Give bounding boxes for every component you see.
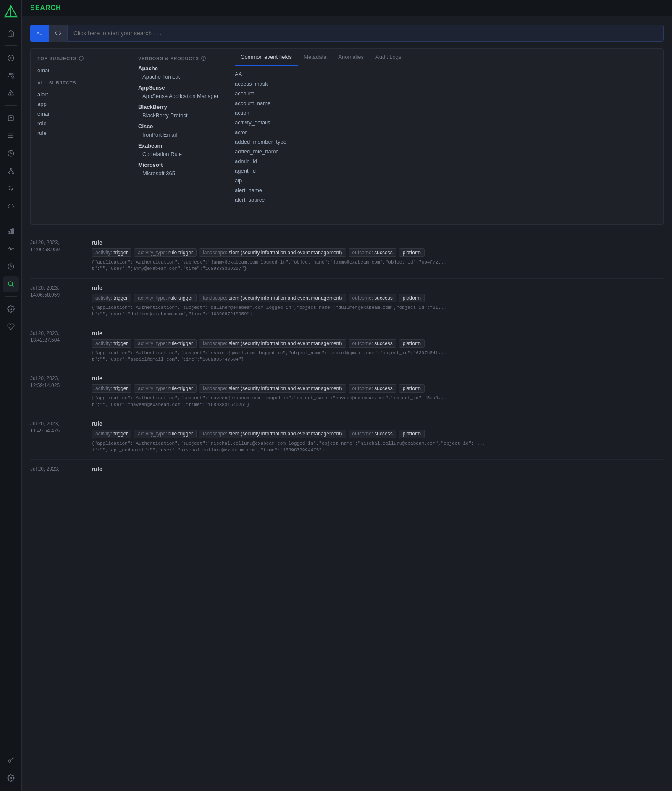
- field-aip[interactable]: aip: [235, 176, 656, 185]
- tags-row: activity: trigger activity_type: rule-tr…: [92, 430, 664, 438]
- main-content: SEARCH: [22, 0, 672, 791]
- result-subject: rule: [92, 330, 664, 337]
- tag-outcome[interactable]: outcome: success: [349, 248, 396, 257]
- fields-column: Common event fields Metadata Anomalies A…: [228, 49, 663, 224]
- vendor-product-blackberry-protect[interactable]: BlackBerry Protect: [138, 111, 221, 120]
- svg-line-19: [8, 169, 10, 173]
- vendor-blackberry: BlackBerry: [138, 104, 221, 110]
- tags-row: activity: trigger activity_type: rule-tr…: [92, 384, 664, 393]
- sidebar-divider-2: [5, 105, 17, 106]
- field-agent-id[interactable]: agent_id: [235, 166, 656, 176]
- tag-outcome[interactable]: outcome: success: [349, 294, 396, 302]
- tab-anomalies[interactable]: Anomalies: [332, 49, 370, 66]
- tag-outcome[interactable]: outcome: success: [349, 430, 396, 438]
- users-icon[interactable]: [3, 68, 19, 84]
- result-timestamp: Jul 20, 2023,: [30, 466, 85, 475]
- subject-email[interactable]: email: [37, 109, 124, 119]
- home-icon[interactable]: [3, 25, 19, 41]
- table-row: Jul 20, 2023,14:06:58.959 rule activity:…: [30, 233, 664, 279]
- tag-activity[interactable]: activity: trigger: [92, 339, 131, 348]
- tag-platform[interactable]: platform: [399, 248, 425, 257]
- stats-icon[interactable]: [3, 223, 19, 239]
- vendor-cisco: Cisco: [138, 123, 221, 129]
- vendor-product-correlation-rule[interactable]: Correlation Rule: [138, 150, 221, 158]
- result-json: {"application":"Authentication","subject…: [92, 305, 664, 318]
- clock-icon[interactable]: [3, 258, 19, 274]
- app-logo[interactable]: [4, 5, 18, 18]
- tab-common-event-fields[interactable]: Common event fields: [235, 49, 298, 66]
- tag-platform[interactable]: platform: [399, 294, 425, 302]
- key-icon[interactable]: [3, 752, 19, 768]
- dashboard-icon[interactable]: [3, 50, 19, 66]
- tag-landscape[interactable]: landscape: siem (security information an…: [199, 248, 346, 257]
- vendor-product-apache-tomcat[interactable]: Apache Tomcat: [138, 72, 221, 81]
- result-json: {"application":"Authentication","subject…: [92, 350, 664, 363]
- field-AA[interactable]: AA: [235, 69, 656, 79]
- tag-outcome[interactable]: outcome: success: [349, 339, 396, 348]
- tag-activity[interactable]: activity: trigger: [92, 384, 131, 393]
- tag-platform[interactable]: platform: [399, 339, 425, 348]
- subject-app[interactable]: app: [37, 99, 124, 109]
- tag-platform[interactable]: platform: [399, 430, 425, 438]
- sidebar: [0, 0, 22, 791]
- field-added-role-name[interactable]: added_role_name: [235, 147, 656, 156]
- field-account[interactable]: account: [235, 89, 656, 98]
- pulse-icon[interactable]: [3, 241, 19, 257]
- field-alert-source[interactable]: alert_source: [235, 195, 656, 205]
- field-account-name[interactable]: account_name: [235, 98, 656, 108]
- code-icon[interactable]: [3, 198, 19, 214]
- table-row: Jul 20, 2023,14:06:58.959 rule activity:…: [30, 279, 664, 324]
- tag-landscape[interactable]: landscape: siem (security information an…: [199, 294, 346, 302]
- search-nav-icon[interactable]: [3, 276, 19, 292]
- reports-icon[interactable]: [3, 110, 19, 126]
- tags-row: activity: trigger activity_type: rule-tr…: [92, 294, 664, 302]
- settings-icon[interactable]: [3, 301, 19, 317]
- field-actor[interactable]: actor: [235, 127, 656, 137]
- field-added-member-type[interactable]: added_member_type: [235, 137, 656, 147]
- field-admin-id[interactable]: admin_id: [235, 156, 656, 166]
- vendor-product-appsense-am[interactable]: AppSense Application Manager: [138, 92, 221, 100]
- tag-activity-type[interactable]: activity_type: rule-trigger: [134, 384, 197, 393]
- tag-activity[interactable]: activity: trigger: [92, 294, 131, 302]
- gear-icon[interactable]: [3, 770, 19, 786]
- vendor-product-ironport-email[interactable]: IronPort Email: [138, 130, 221, 139]
- field-alert-name[interactable]: alert_name: [235, 185, 656, 195]
- subject-role[interactable]: role: [37, 119, 124, 128]
- svg-point-28: [8, 760, 11, 762]
- result-timestamp: Jul 20, 2023,11:49:54.475: [30, 420, 85, 454]
- search-input[interactable]: [67, 25, 664, 42]
- vendor-product-microsoft-365[interactable]: Microsoft 365: [138, 169, 221, 178]
- tag-activity-type[interactable]: activity_type: rule-trigger: [134, 294, 197, 302]
- deploy-icon[interactable]: [3, 163, 19, 179]
- list-icon[interactable]: [3, 128, 19, 144]
- tag-activity-type[interactable]: activity_type: rule-trigger: [134, 248, 197, 257]
- svg-point-27: [10, 308, 12, 310]
- tag-activity-type[interactable]: activity_type: rule-trigger: [134, 339, 197, 348]
- search-mode-natural-button[interactable]: [30, 25, 49, 42]
- sidebar-divider-1: [5, 45, 17, 46]
- subject-rule[interactable]: rule: [37, 128, 124, 138]
- subject-alert[interactable]: alert: [37, 90, 124, 99]
- translate-icon[interactable]: [3, 181, 19, 197]
- search-mode-code-button[interactable]: [49, 25, 67, 42]
- svg-point-6: [11, 73, 13, 75]
- field-action[interactable]: action: [235, 108, 656, 118]
- tag-activity[interactable]: activity: trigger: [92, 248, 131, 257]
- field-activity-details[interactable]: activity_details: [235, 118, 656, 127]
- tag-outcome[interactable]: outcome: success: [349, 384, 396, 393]
- tab-audit-logs[interactable]: Audit Logs: [370, 49, 407, 66]
- tag-platform[interactable]: platform: [399, 384, 425, 393]
- tag-activity-type[interactable]: activity_type: rule-trigger: [134, 430, 197, 438]
- tag-activity[interactable]: activity: trigger: [92, 430, 131, 438]
- tag-landscape[interactable]: landscape: siem (security information an…: [199, 339, 346, 348]
- svg-point-17: [8, 173, 9, 174]
- heart-icon[interactable]: [3, 319, 19, 335]
- field-access-mask[interactable]: access_mask: [235, 79, 656, 89]
- alerts-icon[interactable]: [3, 85, 19, 101]
- tag-landscape[interactable]: landscape: siem (security information an…: [199, 430, 346, 438]
- top-subject-email[interactable]: email: [37, 65, 124, 76]
- tag-landscape[interactable]: landscape: siem (security information an…: [199, 384, 346, 393]
- result-body: rule activity: trigger activity_type: ru…: [92, 420, 664, 454]
- activity-icon[interactable]: [3, 145, 19, 161]
- tab-metadata[interactable]: Metadata: [298, 49, 332, 66]
